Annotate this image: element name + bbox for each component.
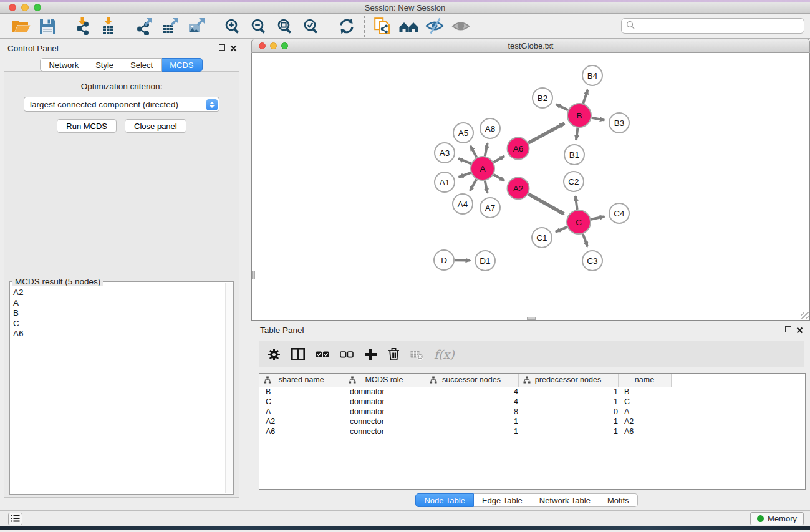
column-header-name[interactable]: name [618, 374, 671, 387]
zoom-selected-icon[interactable] [299, 16, 324, 37]
graph-edge-C-C3[interactable] [583, 234, 587, 247]
cell-MCDS-role[interactable]: dominator [344, 387, 425, 397]
graph-node-A1[interactable]: A1 [435, 172, 455, 192]
cell-predecessor-nodes[interactable]: 1 [518, 417, 618, 427]
graph-node-A3[interactable]: A3 [435, 143, 455, 163]
graph-node-B3[interactable]: B3 [609, 113, 629, 133]
close-window-button[interactable] [9, 4, 16, 11]
cell-successor-nodes[interactable]: 4 [425, 397, 518, 407]
graph-node-A5[interactable]: A5 [453, 123, 473, 143]
graph-edge-A2-C[interactable] [528, 194, 564, 214]
graph-node-C2[interactable]: C2 [564, 172, 584, 191]
control-tab-mcds[interactable]: MCDS [162, 58, 202, 72]
graph-edge-A-A6[interactable] [493, 157, 504, 163]
graph-node-A7[interactable]: A7 [480, 198, 500, 218]
table-row[interactable]: A6connector11A6 [259, 427, 805, 437]
graph-edge-B-B3[interactable] [592, 118, 605, 120]
graph-edge-A6-B[interactable] [528, 123, 564, 143]
cell-shared-name[interactable]: B [259, 387, 344, 397]
export-image-icon[interactable] [185, 16, 210, 37]
network-minimize-button[interactable] [270, 42, 277, 49]
mcds-result-item[interactable]: A2 [11, 288, 224, 298]
graph-edge-A-A2[interactable] [493, 175, 504, 181]
zoom-fit-icon[interactable] [272, 16, 297, 37]
mcds-result-list[interactable]: A2ABCA6 [11, 288, 224, 493]
show-all-icon[interactable] [448, 16, 473, 37]
column-header-shared-name[interactable]: shared name [259, 374, 344, 387]
network-close-button[interactable] [259, 42, 266, 49]
table-row[interactable]: A2connector11A2 [259, 417, 805, 427]
mcds-result-item[interactable]: B [11, 308, 224, 319]
cell-predecessor-nodes[interactable]: 1 [518, 427, 618, 437]
search-field[interactable] [621, 18, 804, 34]
import-network-icon[interactable] [70, 16, 95, 37]
graph-edge-C-C1[interactable] [556, 227, 567, 232]
add-column-icon[interactable] [364, 348, 377, 361]
log-console-button[interactable] [8, 513, 22, 525]
graph-edge-A-A7[interactable] [485, 181, 488, 193]
cell-MCDS-role[interactable]: connector [344, 417, 425, 427]
result-scrollbar[interactable] [225, 283, 233, 493]
graph-edge-C-C2[interactable] [576, 196, 577, 210]
cell-MCDS-role[interactable]: dominator [344, 397, 425, 407]
settings-icon[interactable] [268, 348, 281, 361]
delete-column-icon[interactable] [388, 347, 400, 361]
table-row[interactable]: Cdominator41C [259, 397, 805, 407]
column-header-predecessor-nodes[interactable]: predecessor nodes [518, 374, 618, 387]
mcds-result-item[interactable]: C [11, 319, 224, 329]
graph-edge-A-A1[interactable] [459, 173, 471, 177]
cell-name[interactable]: A6 [618, 427, 671, 437]
cell-MCDS-role[interactable]: connector [344, 427, 425, 437]
control-tab-network[interactable]: Network [40, 58, 87, 72]
graph-edge-B-B2[interactable] [556, 104, 568, 110]
graph-node-A8[interactable]: A8 [480, 118, 500, 138]
network-zoom-button[interactable] [281, 42, 288, 49]
close-table-panel-icon[interactable] [796, 326, 803, 333]
graph-node-A2[interactable]: A2 [508, 178, 529, 200]
first-neighbors-icon[interactable] [396, 16, 421, 37]
table-tab-motifs[interactable]: Motifs [599, 493, 638, 507]
horizontal-scroll-thumb[interactable] [527, 317, 536, 320]
column-layout-icon[interactable] [291, 348, 305, 360]
network-canvas[interactable]: B4B2BB3A5A8A6B1A3AA1C2A2A4A7C4CC1C3DD1 [251, 53, 810, 321]
graph-node-D[interactable]: D [434, 250, 454, 270]
cell-name[interactable]: B [618, 387, 671, 397]
cell-name[interactable]: C [618, 397, 671, 407]
table-tab-node-table[interactable]: Node Table [415, 493, 474, 507]
cell-predecessor-nodes[interactable]: 1 [518, 397, 618, 407]
graph-node-D1[interactable]: D1 [475, 251, 495, 271]
graph-edge-C-C4[interactable] [591, 216, 605, 220]
table-tab-network-table[interactable]: Network Table [531, 493, 599, 507]
graph-node-B2[interactable]: B2 [533, 88, 552, 108]
graph-edge-B-B1[interactable] [576, 128, 578, 140]
mcds-result-item[interactable]: A [11, 298, 224, 309]
close-panel-button[interactable]: Close panel [125, 119, 186, 133]
duplicate-network-icon[interactable] [370, 16, 395, 37]
refresh-icon[interactable] [334, 16, 359, 37]
close-panel-icon[interactable] [230, 44, 237, 51]
float-table-panel-icon[interactable] [785, 326, 791, 332]
graph-node-B1[interactable]: B1 [564, 145, 584, 165]
graph-node-C4[interactable]: C4 [609, 203, 629, 223]
graph-node-C[interactable]: C [567, 210, 591, 234]
run-mcds-button[interactable]: Run MCDS [57, 119, 117, 133]
vertical-scroll-thumb[interactable] [252, 271, 255, 279]
network-graph[interactable]: B4B2BB3A5A8A6B1A3AA1C2A2A4A7C4CC1C3DD1 [253, 54, 810, 320]
table-tab-edge-table[interactable]: Edge Table [474, 493, 531, 507]
export-network-icon[interactable] [132, 16, 157, 37]
zoom-out-icon[interactable] [246, 16, 271, 37]
cell-shared-name[interactable]: A [259, 407, 344, 417]
import-table-icon[interactable] [97, 16, 122, 37]
select-all-icon[interactable] [316, 349, 329, 360]
graph-node-C3[interactable]: C3 [582, 251, 602, 271]
cell-predecessor-nodes[interactable]: 1 [518, 387, 618, 397]
search-input[interactable] [639, 21, 799, 31]
graph-edge-A-A5[interactable] [471, 146, 477, 157]
resize-grip-icon[interactable] [801, 312, 809, 319]
graph-node-A4[interactable]: A4 [453, 194, 473, 214]
graph-node-B[interactable]: B [567, 104, 591, 127]
cell-name[interactable]: A2 [618, 417, 671, 427]
minimize-window-button[interactable] [21, 4, 29, 11]
zoom-in-icon[interactable] [220, 16, 245, 37]
cell-successor-nodes[interactable]: 4 [425, 387, 518, 397]
